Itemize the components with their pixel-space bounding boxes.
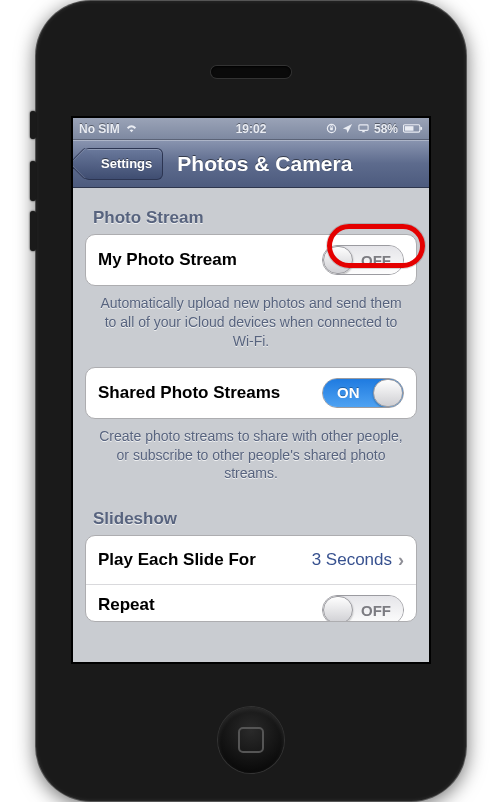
group-my-photo-stream: My Photo Stream OFF [85,234,417,286]
back-button[interactable]: Settings [83,148,163,180]
toggle-knob [323,246,353,274]
toggle-state-text: OFF [361,252,391,269]
location-icon [342,123,353,134]
page-title: Photos & Camera [163,152,419,176]
battery-icon [403,123,423,134]
status-bar: No SIM 19:02 58% [73,118,429,140]
volume-down-button[interactable] [30,211,36,251]
repeat-label: Repeat [98,595,322,615]
shared-streams-toggle[interactable]: ON [322,378,404,408]
play-each-slide-value: 3 Seconds [312,550,392,570]
shared-streams-footer: Create photo streams to share with other… [85,419,417,500]
play-each-slide-label: Play Each Slide For [98,550,312,570]
my-photo-stream-footer: Automatically upload new photos and send… [85,286,417,367]
back-button-label: Settings [101,156,152,171]
svg-rect-1 [330,127,333,130]
toggle-knob [373,379,403,407]
mute-switch[interactable] [30,111,36,139]
toggle-state-text: OFF [361,602,391,619]
toggle-state-text: ON [337,384,360,401]
earpiece-speaker [211,66,291,78]
row-shared-photo-streams[interactable]: Shared Photo Streams ON [86,368,416,418]
my-photo-stream-toggle[interactable]: OFF [322,245,404,275]
group-shared-streams: Shared Photo Streams ON [85,367,417,419]
section-header-photo-stream: Photo Stream [85,198,417,234]
row-play-each-slide[interactable]: Play Each Slide For 3 Seconds › [86,536,416,584]
home-button[interactable] [218,707,284,773]
battery-percent-label: 58% [374,122,398,136]
row-my-photo-stream[interactable]: My Photo Stream OFF [86,235,416,285]
orientation-lock-icon [326,123,337,134]
chevron-right-icon: › [398,550,404,571]
repeat-toggle[interactable]: OFF [322,595,404,621]
my-photo-stream-label: My Photo Stream [98,250,322,270]
svg-rect-4 [420,127,422,130]
svg-rect-5 [405,126,414,131]
screen: No SIM 19:02 58% [71,116,431,664]
iphone-device-frame: No SIM 19:02 58% [36,1,466,801]
group-slideshow: Play Each Slide For 3 Seconds › Repeat O… [85,535,417,622]
row-repeat[interactable]: Repeat OFF [86,584,416,621]
wifi-icon [126,123,137,134]
svg-rect-2 [359,125,368,130]
carrier-label: No SIM [79,122,120,136]
toggle-knob [323,596,353,621]
volume-up-button[interactable] [30,161,36,201]
settings-content: Photo Stream My Photo Stream OFF Automat… [73,188,429,662]
airplay-icon [358,123,369,134]
shared-streams-label: Shared Photo Streams [98,383,322,403]
section-header-slideshow: Slideshow [85,499,417,535]
navigation-bar: Settings Photos & Camera [73,140,429,188]
